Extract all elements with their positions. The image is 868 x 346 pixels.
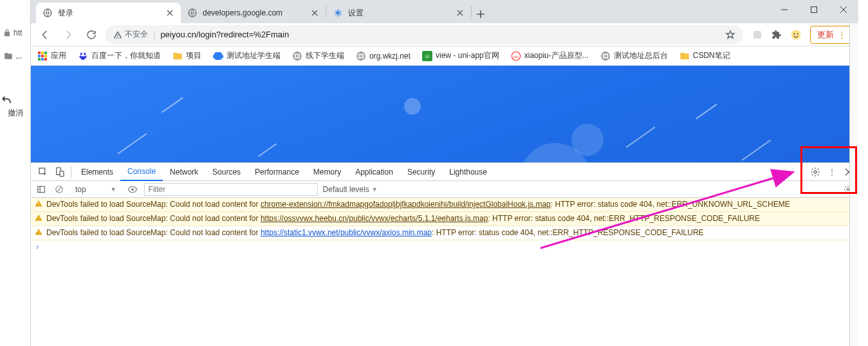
new-tab-button[interactable] [472,5,490,23]
globe-icon [42,8,53,18]
bookmark-item[interactable]: 项目 [172,50,201,61]
bookmark-item[interactable]: org.wkzj.net [356,51,411,61]
url-text: peiyou.cn/login?redirect=%2Fmain [160,30,720,39]
undo-button[interactable]: 撤消 [0,93,31,119]
console-sidebar-toggle-icon[interactable] [35,185,48,194]
bookmark-label: 测试地址学生端 [226,50,281,61]
host-folder-stub: ... [4,52,22,61]
close-icon[interactable] [165,8,174,17]
devtools-tab-elements[interactable]: Elements [74,163,120,181]
close-icon[interactable] [310,8,319,17]
bookmark-item[interactable]: 测试地址学生端 [213,50,281,61]
console-prompt[interactable]: › [31,240,858,254]
tab-1[interactable]: 登录 [36,3,181,23]
folder-icon [172,51,183,61]
console-message[interactable]: DevTools failed to load SourceMap: Could… [31,226,858,240]
bookmark-star-icon[interactable] [725,30,735,40]
bookmark-item[interactable]: piu xiaopiu-产品原型... [511,50,589,61]
devtools-tabs: Elements Console Network Sources Perform… [31,163,858,181]
tab-2[interactable]: developers.google.com [181,3,326,23]
message-text: : HTTP error: status code 404, net::ERR_… [488,214,760,223]
reload-button[interactable] [82,26,100,44]
devtools-tab-memory[interactable]: Memory [306,163,348,181]
device-toggle-icon[interactable] [51,167,68,177]
host-sidebar: htt ... 撤消 [0,0,31,346]
tab-3[interactable]: 设置 [326,3,471,23]
tab-title: developers.google.com [203,8,310,17]
extension-icon[interactable] [751,28,764,41]
bookmark-label: CSDN笔记 [693,50,730,61]
devtools-tab-application[interactable]: Application [348,163,400,181]
devtools-tab-console[interactable]: Console [120,163,163,181]
gear-icon [333,8,343,18]
inspect-element-icon[interactable] [35,167,51,177]
close-icon[interactable] [456,8,465,17]
kebab-icon[interactable]: ⋮ [826,166,838,178]
warning-icon [113,30,122,39]
svg-rect-3 [811,7,817,13]
folder-icon [679,51,690,61]
settings-gear-icon[interactable] [809,166,821,178]
bookmark-label: 项目 [186,50,201,61]
svg-rect-23 [38,186,45,192]
message-link[interactable]: chrome-extension://fmkadmapgofadopljbjfk… [261,200,551,209]
devtools-tab-performance[interactable]: Performance [248,163,306,181]
console-message[interactable]: DevTools failed to load SourceMap: Could… [31,198,858,212]
baidu-icon [78,51,88,61]
chevron-down-icon: ▼ [372,186,378,193]
folder-icon [4,52,13,61]
svg-text:piu: piu [513,54,519,58]
clear-console-icon[interactable] [53,185,66,194]
address-bar: 不安全 | peiyou.cn/login?redirect=%2Fmain 更… [31,23,858,46]
security-indicator[interactable]: 不安全 [113,29,148,40]
bookmark-label: org.wkzj.net [369,52,411,61]
forward-button[interactable] [59,26,77,44]
bookmark-item[interactable]: CSDN笔记 [679,50,730,61]
devtools-tab-security[interactable]: Security [400,163,442,181]
bookmark-label: 百度一下，你就知道 [91,50,161,61]
lock-icon [3,28,12,37]
message-text: DevTools failed to load SourceMap: Could… [46,214,261,223]
devtools-tab-lighthouse[interactable]: Lighthouse [442,163,494,181]
globe-icon [600,51,611,61]
bookmarks-bar: 应用 百度一下，你就知道 项目 测试地址学生端 线下学生端 org.wkzj.n… [31,46,858,66]
omnibox[interactable]: 不安全 | peiyou.cn/login?redirect=%2Fmain [106,25,743,44]
console-message[interactable]: DevTools failed to load SourceMap: Could… [31,212,858,226]
filter-input[interactable] [144,183,318,196]
bookmark-label: 应用 [51,50,66,61]
message-text: : HTTP error: status code 404, net::ERR_… [551,200,790,209]
bookmark-label: 测试地址总后台 [614,50,668,61]
bookmark-item[interactable]: U view - uni-app官网 [422,50,499,61]
browser-window: 登录 developers.google.com 设置 不安全 [31,0,858,346]
apps-icon [37,51,48,61]
maximize-button[interactable] [799,0,829,19]
svg-rect-21 [60,171,64,176]
devtools-tab-sources[interactable]: Sources [205,163,248,181]
bookmark-item[interactable]: 线下学生端 [292,50,344,61]
svg-text:U: U [425,53,429,59]
puzzle-icon[interactable] [770,28,783,41]
svg-point-9 [84,52,86,55]
update-button[interactable]: 更新 ⋮ [810,26,853,44]
brain-icon [213,51,223,61]
log-levels-selector[interactable]: Default levels▼ [323,185,378,194]
warning-icon [35,200,42,207]
outer-right-strip [849,23,858,346]
bookmark-item[interactable]: 百度一下，你就知道 [78,50,161,61]
bookmark-label: xiaopiu-产品原型... [524,50,589,61]
bookmark-item[interactable]: 测试地址总后台 [600,50,668,61]
minimize-button[interactable] [770,0,799,19]
context-selector[interactable]: top▼ [71,183,121,196]
globe-icon [187,8,198,18]
close-window-button[interactable] [829,0,858,19]
svg-point-8 [80,52,82,55]
back-button[interactable] [36,26,54,44]
smiley-icon[interactable] [790,28,802,41]
message-link[interactable]: https://ossvvwx.heebu.cn/public/vvwx/ech… [261,214,488,223]
svg-point-25 [131,188,134,191]
message-link[interactable]: https://static1.vvwx.net/public/vvwx/axi… [261,228,432,237]
bookmark-apps[interactable]: 应用 [37,50,66,61]
devtools-tab-network[interactable]: Network [163,163,205,181]
undo-icon [0,93,13,106]
live-expression-icon[interactable] [126,184,139,195]
